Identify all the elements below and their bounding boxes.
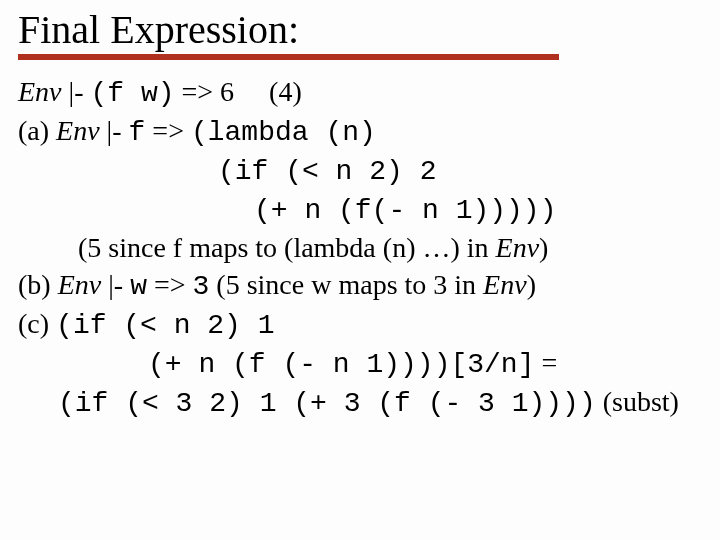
env: Env: [496, 232, 540, 263]
label-a: (a): [18, 115, 56, 146]
reason-close: ): [539, 232, 548, 263]
turnstile: |-: [100, 115, 129, 146]
result: 6: [220, 76, 234, 107]
substitution: [3/n]: [450, 349, 534, 380]
arrow: =>: [147, 269, 193, 300]
env: Env: [483, 269, 527, 300]
if-expr-1: (if (< n 2) 1: [56, 310, 274, 341]
turnstile: |-: [62, 76, 91, 107]
line-c: (c) (if (< n 2) 1: [18, 306, 702, 345]
turnstile: |-: [101, 269, 130, 300]
lambda-body-1: (if (< n 2) 2: [218, 156, 436, 187]
env: Env: [18, 76, 62, 107]
var-f: f: [129, 117, 146, 148]
arrow: =>: [174, 76, 220, 107]
line-a-reason: (5 since f maps to (lambda (n) …) in Env…: [18, 230, 702, 267]
arrow: =>: [145, 115, 191, 146]
var-w: w: [130, 271, 147, 302]
reason-b-1: (5 since w maps to 3 in: [209, 269, 483, 300]
slide: Final Expression: Env |- (f w) => 6 (4) …: [0, 0, 720, 423]
line-a: (a) Env |- f => (lambda (n): [18, 113, 702, 152]
substituted-expr: (if (< 3 2) 1 (+ 3 (f (- 3 1)))): [58, 388, 596, 419]
val-3: 3: [193, 271, 210, 302]
lambda-body-2: (+ n (f(- n 1))))): [254, 195, 556, 226]
label-c: (c): [18, 308, 56, 339]
line-c-result: (if (< 3 2) 1 (+ 3 (f (- 3 1)))) (subst): [18, 384, 702, 423]
line-b: (b) Env |- w => 3 (5 since w maps to 3 i…: [18, 267, 702, 306]
line-a-cont2: (+ n (f(- n 1))))): [18, 191, 702, 230]
rule-ref: (4): [269, 76, 302, 107]
subst-label: (subst): [596, 386, 679, 417]
body: Env |- (f w) => 6 (4) (a) Env |- f => (l…: [18, 74, 702, 423]
expr: (f w): [90, 78, 174, 109]
line-c-cont: (+ n (f (- n 1))))[3/n] =: [18, 345, 702, 384]
slide-title: Final Expression:: [18, 8, 559, 60]
reason-b-2: ): [527, 269, 536, 300]
env: Env: [58, 269, 102, 300]
label-b: (b): [18, 269, 58, 300]
line-main: Env |- (f w) => 6 (4): [18, 74, 702, 113]
env: Env: [56, 115, 100, 146]
lambda-head: (lambda (n): [191, 117, 376, 148]
equals: =: [534, 347, 557, 378]
line-a-cont1: (if (< n 2) 2: [18, 152, 702, 191]
reason-text: (5 since f maps to (lambda (n) …) in: [78, 232, 496, 263]
if-expr-2: (+ n (f (- n 1)))): [148, 349, 450, 380]
